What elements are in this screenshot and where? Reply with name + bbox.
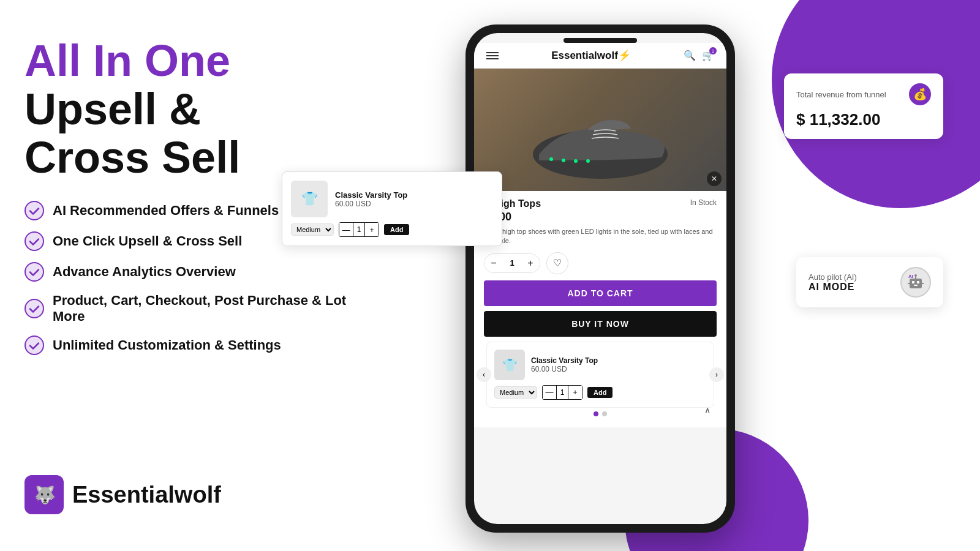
buy-now-button[interactable]: BUY IT NOW bbox=[484, 311, 717, 337]
feature-text-2: One Click Upsell & Cross Sell bbox=[53, 233, 242, 249]
crosssell-info: Classic Varsity Top 60.00 USD bbox=[335, 190, 407, 208]
phone-header: Essentialwolf⚡ 🔍 🛒 1 bbox=[474, 43, 726, 69]
revenue-card: Total revenue from funnel 💰 $ 11,332.00 bbox=[784, 73, 943, 139]
svg-point-21 bbox=[914, 274, 917, 277]
qty-controls: − 1 + bbox=[484, 253, 540, 273]
upsell-size-select[interactable]: Medium Small Large bbox=[494, 386, 537, 399]
ai-mode-card: Auto pilot (AI) AI MODE AI bbox=[796, 257, 943, 307]
check-icon-2 bbox=[24, 231, 44, 251]
feature-text-1: AI Recommended Offers & Funnels bbox=[53, 203, 279, 219]
crosssell-qty-decrease[interactable]: — bbox=[339, 223, 353, 236]
svg-rect-16 bbox=[910, 279, 922, 288]
chevron-up-icon[interactable]: ∧ bbox=[704, 405, 710, 415]
crosssell-add-button[interactable]: Add bbox=[384, 224, 409, 235]
main-title: All In One Upsell & Cross Sell bbox=[24, 37, 380, 182]
ai-robot-icon: AI bbox=[900, 267, 931, 298]
upsell-next-arrow[interactable]: › bbox=[709, 367, 724, 382]
revenue-amount: $ 11,332.00 bbox=[796, 110, 931, 129]
svg-rect-17 bbox=[912, 281, 914, 283]
upsell-add-button[interactable]: Add bbox=[587, 387, 612, 398]
phone-inner: Essentialwolf⚡ 🔍 🛒 1 bbox=[474, 33, 726, 524]
upsell-qty-decrease[interactable]: — bbox=[543, 386, 556, 399]
upsell-prev-arrow[interactable]: ‹ bbox=[477, 367, 491, 382]
upsell-card: 👕 Classic Varsity Top 60.00 USD Medium S… bbox=[486, 342, 714, 408]
carousel-dots: ∧ bbox=[484, 408, 717, 420]
search-icon[interactable]: 🔍 bbox=[684, 50, 696, 61]
upsell-thumbnail: 👕 bbox=[494, 350, 525, 380]
feature-item-4: Product, Cart, Checkout, Post Purchase &… bbox=[24, 293, 380, 324]
crosssell-name: Classic Varsity Top bbox=[335, 190, 407, 200]
revenue-card-header: Total revenue from funnel 💰 bbox=[796, 83, 931, 105]
logo-icon: 🐺 bbox=[32, 482, 56, 507]
crosssell-controls: Medium Small Large — 1 + Add bbox=[291, 222, 493, 237]
phone-notch bbox=[564, 38, 637, 43]
svg-text:AI: AI bbox=[908, 274, 913, 279]
upsell-name: Classic Varsity Top bbox=[531, 356, 706, 365]
feature-text-5: Unlimited Customization & Settings bbox=[53, 337, 281, 353]
crosssell-qty-controls: — 1 + bbox=[339, 222, 379, 237]
phone-brand: Essentialwolf⚡ bbox=[551, 49, 631, 62]
product-image: ✕ bbox=[474, 69, 726, 191]
quantity-row: − 1 + ♡ bbox=[484, 252, 717, 274]
phone-close-button[interactable]: ✕ bbox=[707, 171, 722, 186]
ai-mode-text: AI MODE bbox=[809, 282, 857, 293]
crosssell-qty-value: 1 bbox=[353, 223, 365, 236]
upsell-controls: Medium Small Large — 1 + Add bbox=[494, 385, 706, 400]
carousel-dot-2[interactable] bbox=[602, 411, 607, 416]
crosssell-size-select[interactable]: Medium Small Large bbox=[291, 223, 334, 236]
check-icon-5 bbox=[24, 335, 44, 355]
upsell-card-header: 👕 Classic Varsity Top 60.00 USD bbox=[494, 350, 706, 380]
product-description: Black high top shoes with green LED ligh… bbox=[484, 227, 717, 246]
feature-text-4: Product, Cart, Checkout, Post Purchase &… bbox=[53, 293, 380, 324]
logo-text: Essentialwolf bbox=[72, 482, 221, 508]
crosssell-qty-increase[interactable]: + bbox=[365, 223, 379, 236]
qty-value: 1 bbox=[503, 258, 521, 268]
feature-item-3: Advance Analytics Overview bbox=[24, 262, 380, 282]
upsell-info: Classic Varsity Top 60.00 USD bbox=[531, 356, 706, 373]
feature-item-5: Unlimited Customization & Settings bbox=[24, 335, 380, 355]
svg-text:🐺: 🐺 bbox=[34, 485, 56, 505]
feature-text-3: Advance Analytics Overview bbox=[53, 264, 236, 280]
phone-header-icons: 🔍 🛒 1 bbox=[684, 50, 714, 61]
brand-icon: ⚡ bbox=[618, 50, 631, 61]
check-icon-1 bbox=[24, 201, 44, 220]
svg-point-14 bbox=[574, 159, 578, 163]
upsell-qty-controls: — 1 + bbox=[542, 385, 582, 400]
qty-increase-button[interactable]: + bbox=[521, 254, 540, 272]
title-colored: All In One bbox=[24, 37, 380, 85]
phone-outer: Essentialwolf⚡ 🔍 🛒 1 bbox=[466, 24, 735, 533]
check-icon-3 bbox=[24, 262, 44, 282]
upsell-price: 60.00 USD bbox=[531, 365, 706, 373]
stock-status: In Stock bbox=[690, 198, 717, 207]
qty-decrease-button[interactable]: − bbox=[484, 254, 503, 272]
add-to-cart-button[interactable]: ADD TO CART bbox=[484, 280, 717, 306]
check-icon-4 bbox=[24, 299, 44, 318]
svg-rect-19 bbox=[914, 285, 918, 286]
crosssell-thumb: 👕 bbox=[291, 181, 328, 217]
revenue-icon: 💰 bbox=[909, 83, 931, 105]
product-price: $0.00 bbox=[484, 211, 717, 223]
svg-point-15 bbox=[586, 159, 590, 163]
wishlist-button[interactable]: ♡ bbox=[546, 252, 568, 274]
product-info-section: D High Tops In Stock $0.00 Black high to… bbox=[474, 191, 726, 427]
crosssell-header: 👕 Classic Varsity Top 60.00 USD bbox=[291, 181, 493, 217]
hamburger-icon[interactable] bbox=[486, 52, 499, 59]
ai-label: Auto pilot (AI) bbox=[809, 272, 857, 282]
logo-container: 🐺 Essentialwolf bbox=[24, 475, 221, 514]
crosssell-popup: 👕 Classic Varsity Top 60.00 USD Medium S… bbox=[282, 171, 502, 246]
shoe-illustration bbox=[514, 93, 686, 191]
phone-mockup: Essentialwolf⚡ 🔍 🛒 1 bbox=[466, 24, 735, 533]
ai-icon-svg: AI bbox=[906, 272, 925, 292]
upsell-qty-value: 1 bbox=[556, 386, 568, 399]
logo-box: 🐺 bbox=[24, 475, 64, 514]
ai-card-info: Auto pilot (AI) AI MODE bbox=[809, 272, 857, 293]
svg-rect-18 bbox=[917, 281, 919, 283]
title-line2: Upsell & bbox=[24, 85, 380, 133]
carousel-dot-1[interactable] bbox=[594, 411, 598, 416]
svg-point-13 bbox=[562, 159, 565, 162]
crosssell-price: 60.00 USD bbox=[335, 200, 407, 208]
upsell-section: ‹ 👕 Classic Varsity Top 60.00 USD Medium bbox=[484, 342, 717, 408]
upsell-qty-increase[interactable]: + bbox=[568, 386, 582, 399]
cart-icon[interactable]: 🛒 1 bbox=[702, 50, 714, 61]
svg-point-12 bbox=[549, 157, 553, 161]
